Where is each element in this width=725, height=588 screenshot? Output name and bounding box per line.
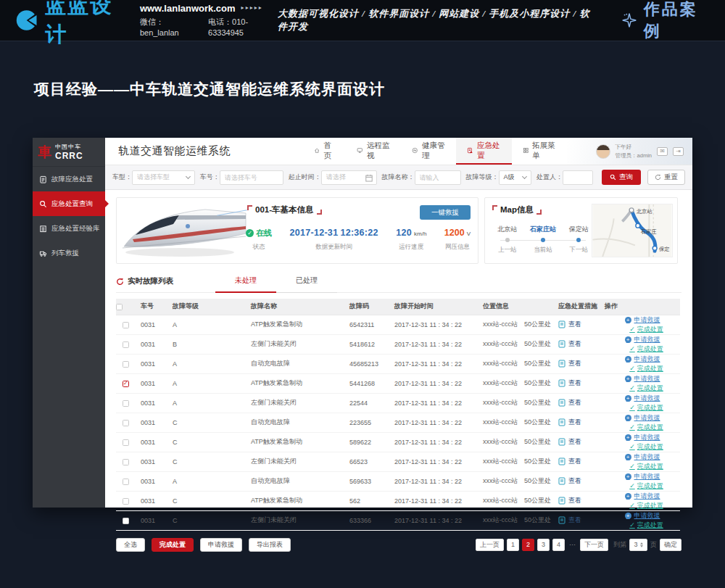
request-rescue-link[interactable]: + 申请救援	[625, 472, 660, 481]
page-button[interactable]: 1	[507, 539, 519, 551]
view-link[interactable]: 查看	[558, 496, 581, 505]
row-checkbox[interactable]	[123, 361, 129, 368]
one-key-rescue-button[interactable]: 一键救援	[420, 205, 471, 220]
row-checkbox[interactable]	[123, 439, 129, 446]
view-link[interactable]: 查看	[558, 398, 581, 407]
station-dot	[576, 238, 581, 242]
lanlan-logo-icon	[14, 7, 38, 33]
view-link[interactable]: 查看	[558, 339, 581, 349]
complete-handling-link[interactable]: ✓ 完成处置	[629, 442, 663, 452]
avatar[interactable]	[596, 144, 610, 159]
request-rescue-link[interactable]: + 申请救援	[625, 511, 660, 521]
view-link[interactable]: 查看	[558, 476, 581, 486]
row-checkbox[interactable]	[123, 322, 129, 328]
page-button[interactable]: 4	[552, 539, 565, 551]
nav-home[interactable]: 首页	[303, 138, 346, 165]
cell-location: xxx站-ccc站 50公里处	[477, 491, 552, 510]
station-dot	[541, 238, 545, 242]
corner-bracket-left	[492, 205, 497, 210]
select-all-checkbox[interactable]	[116, 304, 123, 310]
complete-handling-link[interactable]: ✓ 完成处置	[629, 325, 663, 334]
row-checkbox[interactable]	[123, 381, 129, 387]
fault-level-select[interactable]: A级	[499, 170, 531, 185]
page-button[interactable]: 3	[537, 539, 550, 551]
done-label: 完成处置	[637, 325, 663, 334]
tab-handled[interactable]: 已处理	[276, 276, 337, 293]
complete-handling-link[interactable]: ✓ 完成处置	[629, 344, 663, 354]
row-checkbox[interactable]	[123, 479, 129, 485]
nav-health-management[interactable]: 健康管理	[401, 138, 456, 165]
sidebar-item-emergency-query[interactable]: 应急处置查询	[33, 191, 105, 216]
search-button[interactable]: 查询	[602, 170, 641, 185]
cell-car-no: 0031	[135, 413, 167, 432]
nav-label: 应急处置	[477, 141, 501, 161]
sidebar-item-experience-library[interactable]: 应急处置经验库	[33, 216, 105, 241]
request-rescue-link[interactable]: + 申请救援	[625, 452, 660, 462]
request-rescue-link[interactable]: + 申请救援	[625, 374, 660, 384]
complete-handling-link[interactable]: ✓ 完成处置	[629, 423, 663, 432]
row-checkbox[interactable]	[123, 341, 129, 348]
complete-handling-link[interactable]: ✓ 完成处置	[629, 501, 663, 510]
mail-button[interactable]: ✉	[657, 147, 668, 156]
check-icon: ✓	[629, 502, 635, 509]
done-label: 完成处置	[637, 501, 663, 510]
complete-button[interactable]: 完成处置	[152, 538, 194, 552]
document-icon	[558, 477, 566, 485]
corner-bracket-right	[317, 210, 322, 215]
row-checkbox[interactable]	[123, 400, 129, 407]
prev-page-button[interactable]: 上一页	[476, 539, 504, 551]
fault-level-value: A级	[504, 173, 515, 182]
handler-input[interactable]	[563, 170, 593, 185]
nav-extended-menu[interactable]: 拓展菜单	[512, 138, 567, 165]
voltage-unit: V	[467, 231, 471, 237]
request-rescue-link[interactable]: + 申请救援	[625, 413, 660, 423]
export-button[interactable]: 导出报表	[249, 538, 291, 552]
view-link[interactable]: 查看	[558, 359, 581, 368]
fault-list-header: 实时故障列表 未处理 已处理	[116, 273, 682, 293]
logout-button[interactable]: ⇥	[673, 147, 684, 156]
request-rescue-link[interactable]: + 申请救援	[625, 433, 660, 442]
fault-name-input[interactable]	[415, 170, 461, 185]
complete-handling-link[interactable]: ✓ 完成处置	[629, 403, 663, 413]
crrc-logo: 車 中国中车 CRRC	[33, 138, 105, 167]
tab-unhandled[interactable]: 未处理	[215, 276, 276, 293]
row-checkbox[interactable]	[123, 459, 129, 465]
car-type-select[interactable]: 请选择车型	[132, 170, 195, 185]
app-window: 車 中国中车 CRRC 故障应急处置 应急处置查询	[33, 138, 692, 508]
rescue-button[interactable]: 申请救援	[200, 538, 242, 552]
cell-start-time: 2017-12-31 11 : 34 : 22	[389, 510, 477, 530]
car-no-input[interactable]	[220, 170, 283, 185]
request-rescue-link[interactable]: + 申请救援	[625, 355, 660, 364]
request-rescue-link[interactable]: + 申请救援	[625, 492, 660, 501]
select-all-button[interactable]: 全选	[116, 538, 145, 552]
view-link[interactable]: 查看	[558, 437, 581, 447]
row-checkbox[interactable]	[123, 498, 129, 505]
nav-remote-monitor[interactable]: 远程监视	[346, 138, 401, 165]
request-rescue-link[interactable]: + 申请救援	[625, 394, 660, 403]
goto-page-stepper[interactable]: 3	[629, 539, 647, 551]
confirm-button[interactable]: 确定	[660, 539, 682, 551]
view-link[interactable]: 查看	[558, 515, 581, 525]
row-checkbox[interactable]	[123, 420, 129, 426]
complete-handling-link[interactable]: ✓ 完成处置	[629, 481, 663, 491]
page-button[interactable]: 2	[522, 539, 534, 551]
view-link[interactable]: 查看	[558, 457, 581, 466]
request-rescue-link[interactable]: + 申请救援	[625, 315, 660, 325]
complete-handling-link[interactable]: ✓ 完成处置	[629, 521, 663, 530]
view-link[interactable]: 查看	[558, 320, 581, 329]
nav-emergency-handling[interactable]: 应急处置	[456, 138, 511, 165]
reset-button[interactable]: 重置	[647, 170, 685, 185]
complete-handling-link[interactable]: ✓ 完成处置	[629, 384, 663, 393]
sidebar-item-train-rescue[interactable]: 列车救援	[33, 241, 105, 265]
time-range-label: 起止时间：	[289, 173, 321, 182]
sidebar-item-fault-emergency[interactable]: 故障应急处置	[33, 167, 105, 191]
cell-fault-level: C	[167, 510, 245, 530]
row-checkbox[interactable]	[123, 518, 129, 524]
complete-handling-link[interactable]: ✓ 完成处置	[629, 364, 663, 373]
view-link[interactable]: 查看	[558, 418, 581, 427]
request-rescue-link[interactable]: + 申请救援	[625, 335, 660, 344]
view-link[interactable]: 查看	[558, 378, 581, 388]
next-page-button[interactable]: 下一页	[580, 539, 608, 551]
complete-handling-link[interactable]: ✓ 完成处置	[629, 462, 663, 471]
time-range-picker[interactable]: 请选择	[321, 170, 377, 185]
